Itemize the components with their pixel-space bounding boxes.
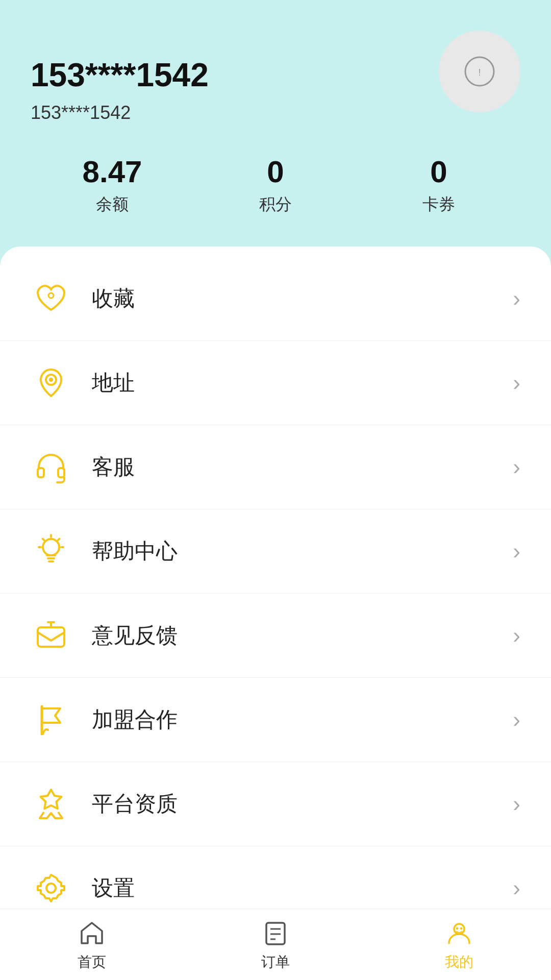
qualification-arrow: › <box>513 791 520 817</box>
mine-nav-label: 我的 <box>445 952 473 972</box>
username-small: 153****1542 <box>31 102 520 124</box>
help-label: 帮助中心 <box>92 537 513 566</box>
headphone-icon <box>31 447 71 487</box>
svg-line-11 <box>58 539 60 541</box>
svg-point-7 <box>43 539 59 555</box>
partner-label: 加盟合作 <box>92 705 513 734</box>
settings-icon <box>31 868 71 909</box>
address-arrow: › <box>513 370 520 396</box>
stat-points[interactable]: 0 积分 <box>194 154 357 216</box>
stats-row: 8.47 余额 0 积分 0 卡券 <box>31 154 520 216</box>
location-icon <box>31 362 71 403</box>
bottom-nav: 首页 订单 我的 <box>0 909 551 980</box>
service-arrow: › <box>513 454 520 480</box>
nav-item-orders[interactable]: 订单 <box>184 918 367 972</box>
menu-item-service[interactable]: 客服 › <box>0 425 551 509</box>
svg-point-2 <box>48 293 54 298</box>
address-label: 地址 <box>92 369 513 397</box>
badge-icon <box>31 783 71 824</box>
lightbulb-icon <box>31 531 71 572</box>
home-icon <box>77 918 107 948</box>
menu-item-favorites[interactable]: 收藏 › <box>0 257 551 341</box>
partner-arrow: › <box>513 707 520 732</box>
settings-label: 设置 <box>92 874 513 902</box>
favorites-label: 收藏 <box>92 284 513 313</box>
menu-item-partner[interactable]: 加盟合作 › <box>0 678 551 762</box>
settings-arrow: › <box>513 875 520 901</box>
menu-item-feedback[interactable]: 意见反馈 › <box>0 594 551 678</box>
orders-nav-label: 订单 <box>261 952 290 972</box>
coupons-label: 卡券 <box>357 193 520 216</box>
header-section: ! 153****1542 153****1542 8.47 余额 0 积分 0… <box>0 0 551 247</box>
svg-rect-6 <box>58 468 64 477</box>
menu-item-qualification[interactable]: 平台资质 › <box>0 762 551 846</box>
orders-icon <box>260 918 291 948</box>
svg-point-16 <box>46 884 56 893</box>
points-label: 积分 <box>194 193 357 216</box>
qualification-label: 平台资质 <box>92 790 513 818</box>
svg-text:!: ! <box>478 67 481 78</box>
main-card: 收藏 › 地址 › 客服 › <box>0 247 551 940</box>
svg-line-12 <box>43 539 44 541</box>
coupons-value: 0 <box>357 154 520 189</box>
nav-item-home[interactable]: 首页 <box>0 918 184 972</box>
balance-label: 余额 <box>31 193 194 216</box>
flag-icon <box>31 699 71 740</box>
svg-point-23 <box>460 927 462 929</box>
svg-rect-13 <box>38 627 64 647</box>
mine-icon <box>444 918 474 948</box>
svg-point-4 <box>49 378 53 382</box>
feedback-icon <box>31 615 71 656</box>
menu-item-address[interactable]: 地址 › <box>0 341 551 425</box>
stat-coupons[interactable]: 0 卡券 <box>357 154 520 216</box>
stat-balance[interactable]: 8.47 余额 <box>31 154 194 216</box>
help-arrow: › <box>513 538 520 564</box>
svg-rect-5 <box>38 468 44 477</box>
feedback-label: 意见反馈 <box>92 621 513 650</box>
nav-item-mine[interactable]: 我的 <box>367 918 551 972</box>
heart-icon <box>31 278 71 319</box>
menu-item-help[interactable]: 帮助中心 › <box>0 509 551 594</box>
service-label: 客服 <box>92 453 513 481</box>
balance-value: 8.47 <box>31 154 194 189</box>
avatar[interactable]: ! <box>439 31 520 112</box>
feedback-arrow: › <box>513 623 520 648</box>
svg-point-22 <box>456 927 458 929</box>
points-value: 0 <box>194 154 357 189</box>
home-nav-label: 首页 <box>78 952 106 972</box>
favorites-arrow: › <box>513 286 520 311</box>
